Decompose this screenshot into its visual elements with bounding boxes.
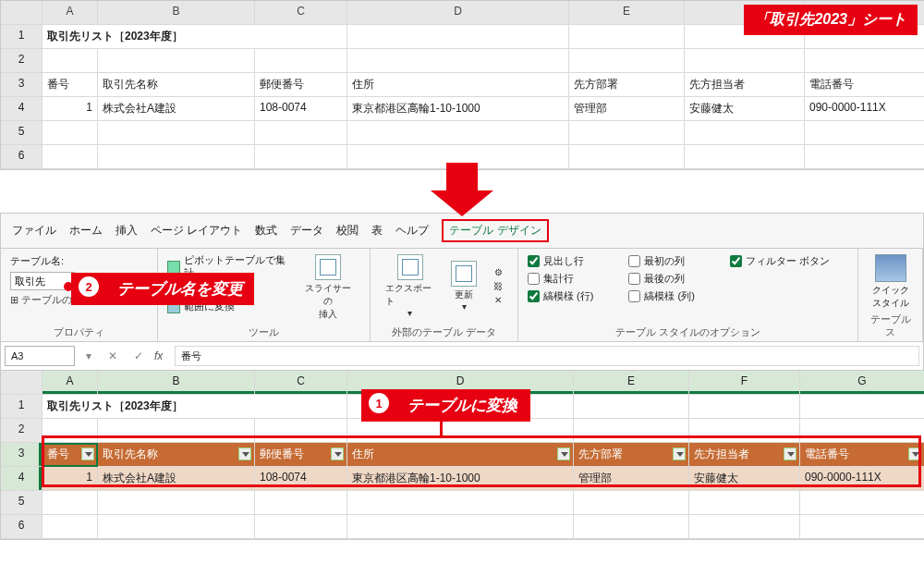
cell[interactable] <box>685 121 805 145</box>
cell[interactable] <box>255 49 347 73</box>
cell[interactable] <box>800 395 924 419</box>
cell[interactable] <box>800 515 924 539</box>
tcell[interactable]: 安藤健太 <box>689 467 800 491</box>
cell[interactable] <box>98 419 255 443</box>
cell[interactable] <box>347 419 574 443</box>
col-B[interactable]: B <box>98 1 255 25</box>
cell[interactable] <box>98 49 255 73</box>
tcell[interactable]: 1 <box>43 467 98 491</box>
cell[interactable] <box>347 49 569 73</box>
tab-table-design[interactable]: テーブル デザイン <box>442 219 548 242</box>
cell[interactable] <box>805 121 924 145</box>
tcell[interactable]: 108-0074 <box>255 467 347 491</box>
cell[interactable] <box>255 491 347 515</box>
tab-view[interactable]: 表 <box>371 223 383 239</box>
btn-refresh[interactable]: 更新▾ <box>445 261 482 312</box>
col-A[interactable]: A <box>43 371 98 395</box>
row-6[interactable]: 6 <box>1 145 43 169</box>
cell[interactable] <box>347 491 574 515</box>
dcell[interactable]: 1 <box>43 97 98 121</box>
filter-icon[interactable] <box>673 447 686 460</box>
tcell[interactable]: 管理部 <box>574 467 689 491</box>
row-3[interactable]: 3 <box>1 73 43 97</box>
cell[interactable] <box>689 491 800 515</box>
tab-home[interactable]: ホーム <box>69 223 103 239</box>
formula-input[interactable]: 番号 <box>175 346 919 366</box>
filter-icon[interactable] <box>238 447 251 460</box>
col-E[interactable]: E <box>569 1 685 25</box>
cell[interactable] <box>805 49 924 73</box>
cb-band-col[interactable]: 縞模様 (列) <box>628 289 712 303</box>
tab-data[interactable]: データ <box>290 223 323 239</box>
thdr-d[interactable]: 住所 <box>347 443 574 467</box>
fx-icon[interactable]: fx <box>154 349 169 362</box>
cell[interactable] <box>685 145 805 169</box>
cell[interactable] <box>43 515 98 539</box>
hcell[interactable]: 先方担当者 <box>685 73 805 97</box>
cell[interactable] <box>255 419 347 443</box>
hcell[interactable]: 番号 <box>43 73 98 97</box>
cell[interactable] <box>574 395 689 419</box>
cell[interactable] <box>569 145 685 169</box>
cell[interactable] <box>800 491 924 515</box>
cell[interactable] <box>255 121 347 145</box>
cell[interactable] <box>574 419 689 443</box>
corner-cell[interactable] <box>1 371 43 395</box>
col-C[interactable]: C <box>255 1 347 25</box>
col-C[interactable]: C <box>255 371 347 395</box>
row-5[interactable]: 5 <box>1 121 43 145</box>
row-4[interactable]: 4 <box>1 467 43 491</box>
cell[interactable] <box>689 515 800 539</box>
cell[interactable] <box>800 419 924 443</box>
cell[interactable] <box>98 145 255 169</box>
hcell[interactable]: 取引先名称 <box>98 73 255 97</box>
cb-band-row[interactable]: 縞模様 (行) <box>528 289 612 303</box>
thdr-b[interactable]: 取引先名称 <box>98 443 255 467</box>
thdr-f[interactable]: 先方担当者 <box>689 443 800 467</box>
thdr-g[interactable]: 電話番号 <box>800 443 924 467</box>
filter-icon[interactable] <box>908 447 921 460</box>
cell[interactable] <box>255 145 347 169</box>
cell[interactable] <box>98 491 255 515</box>
cell[interactable] <box>98 515 255 539</box>
tcell[interactable]: 株式会社A建設 <box>98 467 255 491</box>
row-4[interactable]: 4 <box>1 97 43 121</box>
cb-first-col[interactable]: 最初の列 <box>628 254 712 268</box>
hcell[interactable]: 電話番号 <box>805 73 924 97</box>
cell[interactable] <box>43 49 98 73</box>
col-F[interactable]: F <box>689 371 800 395</box>
cell[interactable] <box>689 395 800 419</box>
filter-icon[interactable] <box>784 447 796 460</box>
cell[interactable] <box>43 491 98 515</box>
tab-layout[interactable]: ページ レイアウト <box>151 223 242 239</box>
dcell[interactable]: 090-0000-111X <box>805 97 924 121</box>
cb-total-row[interactable]: 集計行 <box>528 272 612 286</box>
cell[interactable] <box>347 515 574 539</box>
hcell[interactable]: 先方部署 <box>569 73 685 97</box>
corner-cell[interactable] <box>1 1 43 25</box>
tab-insert[interactable]: 挿入 <box>116 223 138 239</box>
tcell[interactable]: 090-0000-111X <box>800 467 924 491</box>
hcell[interactable]: 郵便番号 <box>255 73 347 97</box>
dcell[interactable]: 安藤健太 <box>685 97 805 121</box>
btn-quick-style[interactable]: クイック スタイル <box>868 254 913 310</box>
cell[interactable] <box>569 25 685 49</box>
check-icon[interactable]: ✓ <box>128 349 149 362</box>
filter-icon[interactable] <box>81 447 94 460</box>
cell[interactable] <box>347 121 569 145</box>
cell[interactable] <box>574 491 689 515</box>
col-B[interactable]: B <box>98 371 255 395</box>
tcell[interactable]: 東京都港区高輪1-10-1000 <box>347 467 574 491</box>
row-5[interactable]: 5 <box>1 491 43 515</box>
link-icons[interactable]: ⚙⛓✕ <box>488 267 508 305</box>
cancel-icon[interactable]: ✕ <box>103 349 123 362</box>
cell[interactable] <box>98 121 255 145</box>
cell[interactable] <box>569 49 685 73</box>
btn-export[interactable]: エクスポート▾ <box>380 254 440 318</box>
cell[interactable] <box>685 49 805 73</box>
tab-formula[interactable]: 数式 <box>255 223 277 239</box>
cell[interactable] <box>43 419 98 443</box>
row-2[interactable]: 2 <box>1 419 43 443</box>
hcell[interactable]: 住所 <box>347 73 569 97</box>
btn-slicer[interactable]: スライサーの 挿入 <box>296 254 360 321</box>
